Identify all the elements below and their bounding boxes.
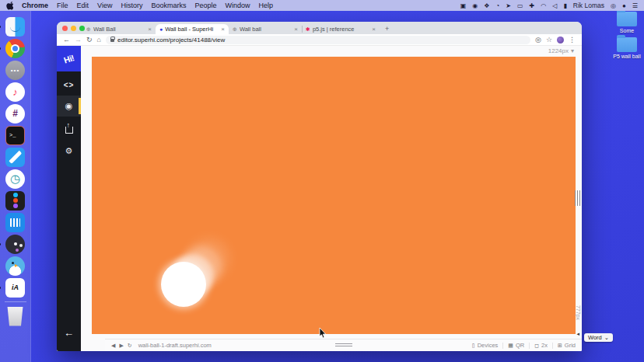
preview-area: 1224px ▾ 777px ◂ ◀ ▶ ↻ wall-ball-	[81, 46, 582, 351]
preview-bottom-bar: ◀ ▶ ↻ wall-ball-1-draft.superhi.com ▯ De…	[105, 339, 582, 351]
width-resize-handle[interactable]	[575, 190, 580, 206]
code-view-button[interactable]: <>	[57, 75, 81, 96]
dock-figma-icon[interactable]	[5, 191, 25, 211]
dock-twitter-icon[interactable]	[5, 256, 25, 276]
volume-icon[interactable]: ◁	[552, 2, 557, 9]
new-tab-button[interactable]: +	[385, 25, 389, 33]
close-tab-icon[interactable]: ×	[372, 26, 376, 33]
location-icon[interactable]: ➤	[506, 2, 511, 9]
dock-messages-icon[interactable]: •••	[5, 61, 25, 80]
dock-terminal-icon[interactable]: >_	[5, 126, 25, 145]
dock-trash-icon[interactable]	[5, 307, 25, 326]
dock-divider	[5, 301, 26, 302]
home-button[interactable]: ⌂	[97, 37, 101, 44]
running-indicator	[0, 26, 1, 28]
eye-icon: ◉	[65, 101, 73, 111]
dock-capture-icon[interactable]	[5, 235, 25, 254]
dock-vscode-icon[interactable]	[5, 148, 25, 167]
qr-label: QR	[516, 342, 524, 349]
share-button[interactable]	[57, 120, 81, 141]
running-indicator	[0, 287, 1, 289]
drag-handle[interactable]	[335, 343, 352, 348]
preview-back-button[interactable]: ◀	[111, 343, 115, 349]
desktop: Chrome File Edit View History Bookmarks …	[0, 0, 644, 362]
dock-chrome-icon[interactable]	[5, 39, 25, 58]
menu-help[interactable]: Help	[258, 2, 273, 9]
close-tab-icon[interactable]: ×	[294, 26, 298, 33]
preview-reload-button[interactable]: ↻	[128, 343, 132, 349]
settings-button[interactable]: ⚙	[57, 141, 81, 162]
display-icon[interactable]: ▭	[517, 2, 523, 9]
screen-mirroring-icon[interactable]: ▣	[460, 2, 467, 9]
close-tab-icon[interactable]: ×	[148, 26, 152, 33]
profile-avatar[interactable]	[557, 37, 564, 44]
menu-chrome[interactable]: Chrome	[22, 2, 48, 9]
desktop-folder-p5-wall-ball[interactable]: P5 wall ball	[611, 37, 642, 59]
desktop-word-item[interactable]: Word ⌄	[584, 333, 613, 342]
desktop-folder-some[interactable]: Some	[611, 12, 642, 33]
exit-editor-button[interactable]: ←	[57, 327, 81, 339]
status-app-icon[interactable]: ❖	[484, 2, 489, 9]
tab-p5js-reference[interactable]: ✱ p5.js | reference ×	[302, 24, 380, 34]
p5js-favicon: ✱	[306, 26, 310, 33]
superhi-favicon: ●	[159, 26, 163, 32]
spotlight-icon[interactable]: ◎	[611, 2, 616, 9]
menu-window[interactable]: Window	[225, 2, 250, 9]
siri-icon[interactable]: ●	[622, 2, 626, 9]
bookmark-star-icon[interactable]: ☆	[546, 37, 552, 44]
forward-button[interactable]: →	[75, 37, 82, 44]
close-window-button[interactable]	[62, 26, 68, 31]
dock-ia-writer-icon[interactable]: iA	[5, 278, 25, 298]
wifi-icon[interactable]: ◠	[541, 2, 546, 9]
menu-file[interactable]: File	[57, 2, 68, 9]
menu-view[interactable]: View	[97, 2, 112, 9]
chrome-window: ⊕ Wall Ball × ● Wall ball - SuperHi × ⊕ …	[57, 22, 582, 351]
tab-wall-ball-1[interactable]: ⊕ Wall Ball ×	[82, 24, 156, 34]
2x-toggle[interactable]: ◻ 2x	[534, 342, 548, 349]
address-bar[interactable]: editor.superhi.com/projects/41488/view	[106, 36, 530, 44]
menu-bookmarks[interactable]: Bookmarks	[151, 2, 186, 9]
folder-icon	[617, 37, 637, 52]
p5-canvas[interactable]	[92, 57, 576, 334]
ssl-lock-icon[interactable]	[110, 39, 114, 42]
superhi-logo[interactable]: Hi!	[57, 46, 81, 71]
clock-menu-icon[interactable]: ◔	[495, 2, 499, 9]
dock-music-icon[interactable]: ♪	[5, 82, 25, 102]
qr-toggle[interactable]: ▦ QR	[508, 342, 524, 349]
minimize-window-button[interactable]	[71, 26, 76, 31]
close-tab-icon[interactable]: ×	[221, 26, 225, 33]
battery-icon[interactable]: ▮	[563, 2, 566, 9]
share-icon	[65, 127, 73, 134]
preview-forward-button[interactable]: ▶	[119, 343, 123, 349]
grid-toggle[interactable]: ⊞ Grid	[558, 342, 576, 349]
notification-center-icon[interactable]: ☰	[632, 2, 638, 9]
2x-label: 2x	[541, 342, 548, 349]
browser-menu-icon[interactable]: ⋮	[569, 37, 576, 44]
dock-finder-icon[interactable]	[5, 17, 25, 37]
menu-edit[interactable]: Edit	[77, 2, 89, 9]
menubar-username[interactable]: Rik Lomas	[573, 2, 604, 9]
dock-clock-icon[interactable]: ◷	[5, 169, 25, 189]
preview-url[interactable]: wall-ball-1-draft.superhi.com	[138, 342, 212, 349]
dock-intercom-icon[interactable]	[5, 213, 25, 232]
apple-logo-icon[interactable]	[6, 2, 14, 9]
qr-icon: ▦	[508, 343, 513, 349]
canvas-width-selector[interactable]: 1224px ▾	[548, 47, 574, 54]
preview-view-button[interactable]: ◉	[57, 96, 81, 117]
collapse-panel-icon[interactable]: ◂	[576, 331, 579, 337]
tab-wall-ball-superhi[interactable]: ● Wall ball - SuperHi ×	[156, 24, 229, 34]
divider	[529, 343, 530, 349]
devices-toggle[interactable]: ▯ Devices	[472, 342, 499, 349]
status-app-icon[interactable]: ◉	[472, 2, 478, 9]
zoom-page-icon[interactable]: ◎	[535, 37, 541, 44]
back-button[interactable]: ←	[63, 37, 70, 44]
tab-wall-ball-2[interactable]: ⊕ Wall ball ×	[229, 24, 302, 34]
dock-slack-icon[interactable]: #	[5, 104, 25, 124]
2x-icon: ◻	[534, 343, 539, 349]
globe-favicon: ⊕	[86, 26, 91, 33]
menu-history[interactable]: History	[121, 2, 142, 9]
reload-button[interactable]: ↻	[86, 37, 93, 44]
dock: ••• ♪ # >_ ◷ iA	[0, 11, 31, 362]
menu-people[interactable]: People	[194, 2, 216, 9]
airdrop-icon[interactable]: ✚	[530, 2, 535, 9]
